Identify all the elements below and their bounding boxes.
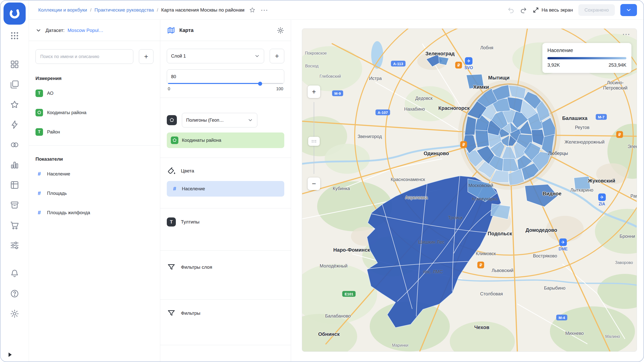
breadcrumb-collections[interactable]: Коллекции и воркбуки [38, 7, 87, 13]
field-label: Население [47, 171, 70, 177]
rail-expand-icon[interactable] [6, 351, 14, 358]
dimensions-list: TАОКоодинаты районаTРайон [29, 87, 160, 138]
map-widget: ПокровскоеЛобняЗеленоградВосходГлебовски… [302, 28, 637, 352]
legend-max-value: 253,94K [609, 62, 626, 68]
filters-title: Фильтры [181, 310, 200, 316]
save-dropdown-button[interactable] [620, 4, 637, 16]
rail-apps-grid-icon[interactable] [10, 31, 20, 41]
colors-title: Цвета [181, 168, 194, 174]
geotype-select[interactable]: Полигоны (Геоп… [182, 113, 257, 127]
dimensions-title: Измерения [35, 76, 153, 81]
dimension-field-row[interactable]: TАО [29, 87, 160, 99]
field-search-input[interactable] [35, 49, 133, 64]
opacity-max: 100 [276, 86, 283, 92]
breadcrumb-separator: / [90, 7, 91, 13]
geopolygons-field-chip[interactable]: Коодинаты района [167, 132, 284, 148]
breadcrumb: Коллекции и воркбуки / Практические руко… [38, 7, 245, 13]
chart-type-title: Карта [179, 27, 193, 33]
layer-select-value: Слой 1 [171, 54, 186, 59]
saved-button[interactable]: Сохранено [578, 4, 615, 16]
collapse-chevron-icon[interactable] [35, 27, 42, 33]
rail-nav [10, 59, 20, 260]
rail-sliders-icon[interactable] [10, 240, 20, 250]
map-legend: Население 3,92K 253,94K [542, 43, 631, 73]
field-label: Коодинаты района [47, 110, 86, 115]
rail-bolt-icon[interactable] [10, 120, 20, 130]
filters-section[interactable]: Фильтры [160, 300, 291, 345]
legend-min-value: 3,92K [547, 62, 560, 68]
chip-label: Коодинаты района [182, 138, 221, 143]
rail-collections-icon[interactable] [10, 79, 20, 89]
fullscreen-label: На весь экран [542, 7, 573, 13]
rail-star-icon[interactable] [10, 100, 20, 110]
dataset-name-link[interactable]: Moscow Popul… [68, 28, 104, 33]
tooltips-title: Тултипы [181, 219, 199, 225]
breadcrumb-guides[interactable]: Практические руководства [94, 7, 154, 13]
slider-knob[interactable] [258, 82, 262, 86]
geopolygon-field-icon [35, 109, 43, 116]
paint-bucket-icon [167, 166, 176, 175]
rail-widgets-icon[interactable] [10, 59, 20, 69]
chart-settings-panel: Карта Слой 1 + 80 0 100 [160, 20, 291, 361]
divider [160, 345, 291, 345]
rail-links-icon[interactable] [10, 140, 20, 150]
fullscreen-button[interactable]: На весь экран [533, 7, 573, 13]
rail-table-icon[interactable] [10, 180, 20, 190]
rail-footer [10, 268, 20, 329]
field-label: Площадь [47, 191, 67, 196]
layer-opacity-slider[interactable]: 80 [167, 69, 284, 84]
measure-hash-icon: # [35, 209, 43, 216]
funnel-icon [167, 263, 176, 272]
dimension-field-row[interactable]: TРайон [29, 126, 160, 138]
drag-dots-icon [311, 139, 317, 143]
colors-section: Цвета # Население [160, 158, 291, 208]
rail-chart-icon[interactable] [10, 160, 20, 170]
dataset-panel: Датасет: Moscow Popul… + Измерения TАОКо… [29, 20, 160, 361]
tooltips-section[interactable]: T Тултипы [160, 208, 291, 250]
measure-field-row[interactable]: #Площадь [29, 187, 160, 199]
favorite-star-icon[interactable] [249, 7, 256, 13]
field-label: АО [47, 91, 54, 96]
undo-icon[interactable] [507, 7, 514, 14]
map-canvas[interactable] [302, 29, 637, 351]
measure-hash-icon: # [171, 185, 178, 193]
funnel-icon [167, 309, 176, 318]
measures-list: #Население#Площадь#Площадь жилфонда [29, 168, 160, 219]
map-more-menu-icon[interactable]: ⋯ [622, 31, 630, 37]
measure-field-row[interactable]: #Площадь жилфонда [29, 207, 160, 219]
redo-icon[interactable] [520, 7, 527, 14]
measures-title: Показатели [35, 156, 153, 162]
rail-bell-icon[interactable] [10, 268, 20, 279]
layer-select[interactable]: Слой 1 [167, 49, 264, 63]
zoom-slider-handle[interactable] [308, 137, 320, 146]
map-chart-icon [167, 26, 175, 35]
breadcrumb-separator: / [157, 7, 158, 13]
colors-field-chip[interactable]: # Население [167, 181, 284, 197]
rail-help-icon[interactable] [10, 289, 20, 299]
dimension-field-row[interactable]: Коодинаты района [29, 107, 160, 119]
opacity-scale: 0 100 [167, 86, 284, 92]
left-rail [1, 1, 29, 361]
geotype-value: Полигоны (Геоп… [186, 118, 224, 123]
zoom-in-button[interactable]: + [308, 85, 320, 98]
text-field-icon: T [35, 128, 43, 136]
rail-box-icon[interactable] [10, 200, 20, 210]
more-menu-icon[interactable]: ⋯ [261, 8, 268, 13]
lens-icon [8, 7, 21, 20]
slider-track[interactable] [168, 83, 283, 84]
rail-gear-icon[interactable] [10, 309, 20, 319]
geolayer-type-icon [167, 115, 177, 125]
fullscreen-icon [533, 7, 539, 13]
legend-gradient-bar [547, 57, 626, 59]
add-field-button[interactable]: + [139, 49, 153, 64]
geopolygon-field-icon [171, 137, 178, 144]
add-layer-button[interactable]: + [270, 49, 284, 63]
layer-filters-section[interactable]: Фильтры слоя [160, 251, 291, 299]
datalens-logo[interactable] [4, 3, 26, 25]
rail-cart-icon[interactable] [10, 220, 20, 230]
chevron-down-icon [254, 53, 260, 59]
zoom-out-button[interactable]: − [308, 177, 320, 190]
gear-icon[interactable] [277, 27, 284, 34]
measure-field-row[interactable]: #Население [29, 168, 160, 180]
opacity-min: 0 [168, 86, 170, 92]
